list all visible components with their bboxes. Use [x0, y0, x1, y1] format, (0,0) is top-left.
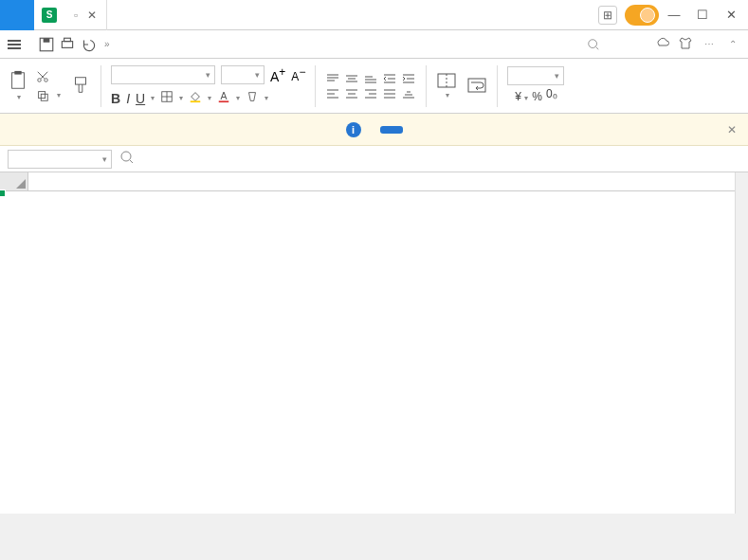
align-top-icon[interactable]: [325, 73, 340, 84]
chevron-right-icon[interactable]: »: [104, 39, 110, 49]
svg-line-53: [130, 160, 133, 163]
svg-rect-3: [64, 38, 71, 41]
font-size-select[interactable]: ▾: [221, 65, 265, 84]
tab-file[interactable]: S ▫ ✕: [34, 0, 107, 30]
undo-icon[interactable]: [80, 36, 97, 53]
info-icon: i: [346, 122, 361, 137]
svg-rect-10: [39, 91, 46, 98]
svg-text:A: A: [221, 90, 228, 101]
svg-rect-12: [76, 77, 86, 83]
save-icon[interactable]: [38, 36, 55, 53]
close-button[interactable]: ✕: [718, 2, 744, 28]
indent-right-icon[interactable]: [401, 73, 416, 84]
orientation-icon[interactable]: [401, 88, 416, 99]
print-icon[interactable]: [59, 36, 76, 53]
avatar-icon: [640, 8, 655, 23]
italic-button[interactable]: I: [126, 91, 130, 106]
number-format-select[interactable]: ▾: [507, 66, 564, 85]
font-name-select[interactable]: ▾: [111, 65, 215, 84]
login-button[interactable]: [625, 5, 659, 26]
cloud-icon[interactable]: [655, 35, 670, 53]
align-middle-icon[interactable]: [344, 73, 359, 84]
search-input[interactable]: [604, 38, 642, 51]
currency-icon[interactable]: ¥ ▾: [515, 90, 528, 103]
fill-color-button[interactable]: [189, 90, 202, 106]
svg-rect-16: [191, 100, 201, 102]
cancel-edit-icon[interactable]: [119, 150, 135, 168]
svg-rect-2: [62, 41, 72, 47]
banner-login-button[interactable]: [380, 126, 403, 134]
minimize-button[interactable]: —: [661, 2, 687, 28]
svg-point-8: [38, 78, 42, 81]
formula-input[interactable]: [150, 152, 740, 166]
highlight-button[interactable]: [246, 90, 259, 106]
menu-icon[interactable]: [8, 40, 21, 49]
font-color-button[interactable]: A: [217, 90, 230, 106]
underline-button[interactable]: U: [136, 91, 145, 106]
select-all-corner[interactable]: [0, 172, 28, 190]
format-painter-button[interactable]: [70, 75, 91, 98]
align-right-icon[interactable]: [363, 88, 378, 99]
tab-close-icon[interactable]: ✕: [87, 9, 97, 22]
skin-icon[interactable]: [678, 35, 693, 53]
increase-font-icon[interactable]: A+: [270, 65, 285, 84]
indent-left-icon[interactable]: [382, 73, 397, 84]
tab-home[interactable]: [0, 0, 34, 30]
search-icon: [587, 38, 600, 51]
cut-button[interactable]: [36, 70, 61, 83]
vertical-scrollbar[interactable]: [735, 172, 748, 514]
svg-rect-11: [41, 94, 47, 100]
spreadsheet-grid[interactable]: [0, 172, 748, 514]
paste-button[interactable]: ▾: [8, 70, 28, 101]
search-box[interactable]: [587, 38, 642, 51]
comma-icon[interactable]: 0⁰: [546, 87, 557, 105]
svg-point-9: [45, 78, 48, 81]
svg-line-5: [596, 46, 599, 49]
tab-menu-icon[interactable]: ▫: [74, 9, 78, 22]
border-button[interactable]: [160, 90, 173, 106]
decrease-font-icon[interactable]: A−: [291, 65, 305, 84]
svg-rect-1: [44, 38, 50, 43]
svg-rect-7: [14, 71, 21, 75]
more-icon[interactable]: ⋯: [704, 39, 714, 49]
name-box[interactable]: ▾: [8, 150, 112, 169]
svg-point-4: [589, 39, 597, 47]
wrap-button[interactable]: [466, 77, 487, 96]
svg-rect-18: [219, 100, 229, 102]
align-bottom-icon[interactable]: [363, 73, 378, 84]
copy-button[interactable]: ▾: [36, 89, 61, 102]
active-cell-outline: [0, 191, 4, 195]
svg-rect-6: [12, 73, 25, 89]
quick-app-icon[interactable]: ⊞: [598, 6, 617, 25]
maximize-button[interactable]: ☐: [689, 2, 716, 28]
collapse-icon[interactable]: ⌃: [729, 39, 737, 49]
banner-close-icon[interactable]: ✕: [727, 123, 737, 136]
svg-rect-49: [438, 74, 455, 87]
align-left-icon[interactable]: [325, 88, 340, 99]
bold-button[interactable]: B: [111, 91, 120, 106]
align-center-icon[interactable]: [344, 88, 359, 99]
justify-icon[interactable]: [382, 88, 397, 99]
percent-icon[interactable]: %: [532, 90, 542, 103]
merge-button[interactable]: ▾: [436, 72, 457, 99]
svg-point-52: [121, 152, 131, 161]
spreadsheet-icon: S: [42, 8, 57, 23]
svg-rect-51: [468, 79, 485, 92]
